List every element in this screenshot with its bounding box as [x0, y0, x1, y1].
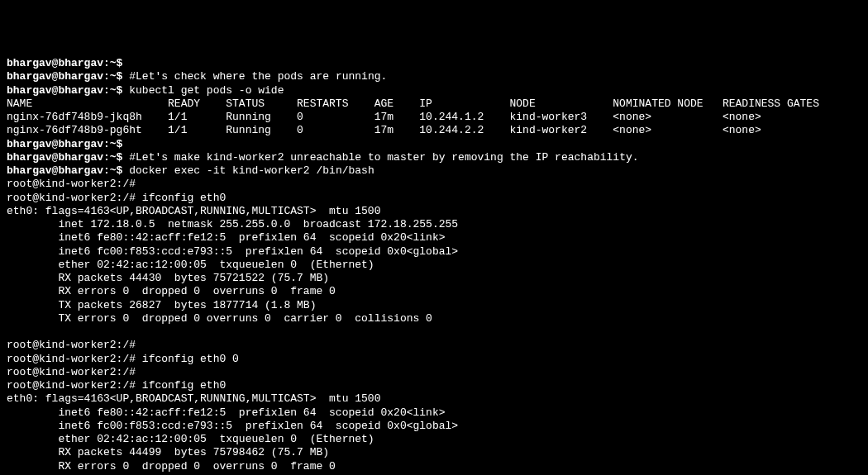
terminal-line: TX errors 0 dropped 0 overruns 0 carrier… [7, 312, 861, 325]
terminal-line: eth0: flags=4163<UP,BROADCAST,RUNNING,MU… [7, 205, 861, 218]
terminal-line: RX packets 44499 bytes 75798462 (75.7 MB… [7, 446, 861, 459]
terminal-line: inet 172.18.0.5 netmask 255.255.0.0 broa… [7, 218, 861, 231]
terminal-line: bhargav@bhargav:~$ [7, 57, 861, 70]
shell-prompt: bhargav@bhargav:~$ [7, 57, 122, 69]
shell-command: #Let's make kind-worker2 unreachable to … [122, 151, 638, 164]
terminal-line: bhargav@bhargav:~$ #Let's check where th… [7, 70, 861, 83]
terminal-line: root@kind-worker2:/# [7, 339, 861, 352]
shell-command: #Let's check where the pods are running. [122, 70, 387, 83]
terminal-line: inet6 fe80::42:acff:fe12:5 prefixlen 64 … [7, 406, 861, 420]
terminal-line: inet6 fe80::42:acff:fe12:5 prefixlen 64 … [7, 231, 861, 245]
terminal-line: TX packets 26827 bytes 1877714 (1.8 MB) [7, 299, 861, 312]
terminal-line: root@kind-worker2:/# ifconfig eth0 0 [7, 353, 861, 366]
terminal-line: ether 02:42:ac:12:00:05 txqueuelen 0 (Et… [7, 433, 861, 446]
terminal-line: eth0: flags=4163<UP,BROADCAST,RUNNING,MU… [7, 392, 861, 406]
terminal-line: root@kind-worker2:/# [7, 178, 861, 191]
terminal-line: inet6 fc00:f853:ccd:e793::5 prefixlen 64… [7, 245, 861, 259]
terminal-line: root@kind-worker2:/# ifconfig eth0 [7, 379, 861, 392]
shell-prompt: bhargav@bhargav:~$ [7, 138, 122, 150]
terminal-line: inet6 fc00:f853:ccd:e793::5 prefixlen 64… [7, 420, 861, 433]
shell-command: kubectl get pods -o wide [122, 84, 284, 97]
terminal-line: RX errors 0 dropped 0 overruns 0 frame 0 [7, 460, 861, 473]
terminal-line: RX errors 0 dropped 0 overruns 0 frame 0 [7, 285, 861, 298]
shell-command: docker exec -it kind-worker2 /bin/bash [122, 164, 374, 177]
terminal-line: bhargav@bhargav:~$ docker exec -it kind-… [7, 164, 861, 178]
shell-prompt: bhargav@bhargav:~$ [7, 70, 122, 83]
terminal-line: root@kind-worker2:/# [7, 366, 861, 379]
terminal-line: bhargav@bhargav:~$ [7, 138, 861, 151]
shell-prompt: bhargav@bhargav:~$ [7, 164, 122, 177]
shell-prompt: bhargav@bhargav:~$ [7, 84, 122, 97]
shell-prompt: bhargav@bhargav:~$ [7, 151, 122, 164]
terminal-line: RX packets 44430 bytes 75721522 (75.7 MB… [7, 272, 861, 285]
terminal-line: NAME READY STATUS RESTARTS AGE IP NODE N… [7, 97, 861, 111]
terminal-line: root@kind-worker2:/# ifconfig eth0 [7, 192, 861, 205]
terminal-line: bhargav@bhargav:~$ kubectl get pods -o w… [7, 84, 861, 97]
terminal-line: bhargav@bhargav:~$ #Let's make kind-work… [7, 151, 861, 164]
terminal-line [7, 325, 861, 339]
terminal-line: nginx-76df748b9-jkq8h 1/1 Running 0 17m … [7, 111, 861, 124]
terminal-line: nginx-76df748b9-pg6ht 1/1 Running 0 17m … [7, 124, 861, 137]
terminal-output[interactable]: bhargav@bhargav:~$bhargav@bhargav:~$ #Le… [7, 57, 861, 475]
terminal-line: ether 02:42:ac:12:00:05 txqueuelen 0 (Et… [7, 259, 861, 272]
